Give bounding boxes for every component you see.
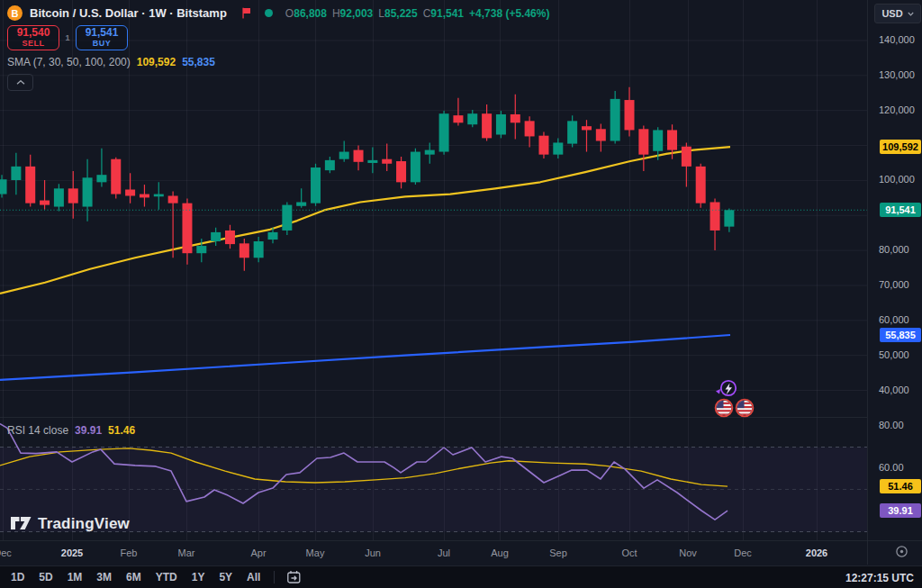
trade-buttons: 91,540 SELL 1 91,541 BUY — [7, 25, 128, 50]
sma-blue-price-tag: 55,835 — [880, 328, 921, 342]
high-value: 92,003 — [340, 7, 374, 20]
rsi-indicator-legend[interactable]: RSI 14 close 39.91 51.46 — [7, 424, 135, 437]
rsi-ma-value: 51.46 — [108, 424, 135, 437]
calendar-icon — [286, 570, 302, 584]
change-value: +4,738 (+5.46%) — [469, 7, 549, 20]
price-axis-label: 140,000 — [879, 34, 915, 45]
sma-indicator-legend[interactable]: SMA (7, 30, 50, 100, 200) 109,592 55,835 — [7, 56, 215, 68]
utc-clock[interactable]: 12:27:15 UTC — [845, 566, 914, 588]
sma-yellow-price-tag: 109,592 — [880, 140, 921, 154]
time-axis-label: May — [306, 547, 325, 558]
range-button-5d[interactable]: 5D — [32, 571, 59, 583]
buy-button[interactable]: 91,541 BUY — [76, 25, 128, 50]
chart-canvas[interactable] — [0, 0, 922, 588]
rsi-ma-tag: 51.46 — [880, 479, 921, 493]
price-axis-label: 70,000 — [879, 279, 909, 290]
symbol-header: B Bitcoin / U.S. Dollar · 1W · Bitstamp … — [7, 5, 549, 21]
time-axis-label: Jul — [438, 547, 450, 558]
tradingview-chart-window: B Bitcoin / U.S. Dollar · 1W · Bitstamp … — [0, 0, 922, 588]
time-axis-label: Feb — [121, 547, 138, 558]
price-axis-label: 80,000 — [879, 244, 909, 255]
range-button-5y[interactable]: 5Y — [212, 571, 240, 583]
tradingview-logo[interactable]: TradingView — [11, 515, 130, 533]
event-us-flag-icon[interactable] — [735, 398, 755, 421]
time-axis-label: Aug — [491, 547, 509, 558]
price-axis-label: 120,000 — [879, 104, 915, 115]
chart-settings-gear-icon[interactable] — [894, 544, 909, 563]
open-value: 86,808 — [294, 7, 327, 20]
spread-value: 1 — [59, 33, 76, 42]
sma-blue-value: 55,835 — [182, 56, 215, 68]
symbol-title[interactable]: Bitcoin / U.S. Dollar · 1W · Bitstamp — [30, 6, 227, 20]
rsi-axis-label: 60.00 — [879, 462, 904, 473]
range-button-6m[interactable]: 6M — [119, 571, 149, 583]
tradingview-logo-icon — [11, 517, 32, 532]
low-value: 85,225 — [384, 7, 418, 20]
time-axis-label: Jun — [365, 547, 381, 558]
chevron-down-icon — [908, 12, 914, 16]
price-axis-label: 130,000 — [879, 69, 915, 80]
range-button-3m[interactable]: 3M — [89, 571, 119, 583]
time-axis-label: Dec — [0, 547, 12, 558]
rsi-axis-label: 80.00 — [879, 420, 904, 430]
tradingview-logo-text: TradingView — [38, 515, 130, 533]
last-price-tag: 91,541 — [880, 203, 921, 217]
time-axis-label: 2026 — [806, 547, 827, 558]
time-axis-label: Apr — [250, 547, 266, 558]
time-axis-label: Mar — [178, 547, 195, 558]
time-axis-label: Oct — [621, 547, 637, 558]
range-button-1d[interactable]: 1D — [4, 571, 32, 583]
time-axis-label: Nov — [679, 547, 697, 558]
event-us-flag-icon[interactable] — [714, 398, 734, 421]
range-buttons: 1D5D1M3M6MYTD1Y5YAll — [4, 571, 267, 583]
collapse-legend-button[interactable] — [7, 74, 33, 91]
price-axis-label: 60,000 — [879, 314, 909, 325]
rsi-value: 39.91 — [75, 424, 102, 437]
bottom-toolbar: 1D5D1M3M6MYTD1Y5YAll 12:27:15 UTC — [0, 565, 922, 588]
range-button-1m[interactable]: 1M — [60, 571, 90, 583]
time-axis-label: 2025 — [61, 547, 83, 558]
range-button-all[interactable]: All — [240, 571, 267, 583]
bitcoin-logo-icon: B — [7, 5, 23, 21]
sell-button[interactable]: 91,540 SELL — [7, 25, 59, 50]
sma-yellow-value: 109,592 — [137, 56, 176, 68]
price-axis-divider[interactable] — [867, 0, 868, 565]
price-axis-label: 40,000 — [879, 384, 909, 395]
time-axis-label: Sep — [549, 547, 567, 558]
price-axis-label: 50,000 — [879, 349, 909, 360]
time-axis-divider — [0, 540, 922, 541]
currency-selector[interactable]: USD — [874, 4, 921, 23]
rsi-value-tag: 39.91 — [880, 503, 921, 518]
range-button-ytd[interactable]: YTD — [149, 571, 185, 583]
close-value: 91,541 — [430, 7, 464, 20]
ohlc-values: O86,808 H92,003 L85,225 C91,541 +4,738 (… — [285, 7, 550, 20]
flag-icon[interactable] — [241, 7, 252, 19]
toolbar-divider — [274, 571, 275, 583]
range-button-1y[interactable]: 1Y — [185, 571, 212, 583]
market-status-icon[interactable] — [265, 9, 273, 17]
price-axis-label: 100,000 — [879, 174, 915, 185]
time-axis-label: Dec — [734, 547, 752, 558]
go-to-date-button[interactable] — [281, 570, 307, 584]
